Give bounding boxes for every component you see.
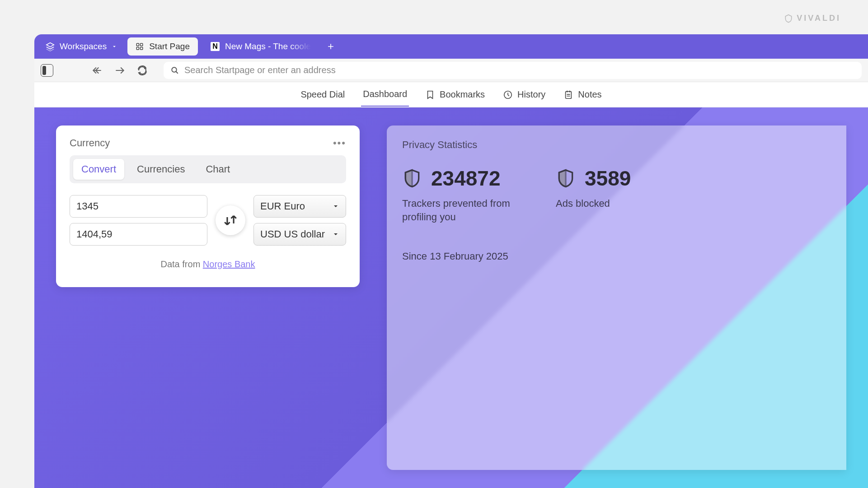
currency-tabs: Convert Currencies Chart bbox=[70, 155, 346, 183]
svg-rect-1 bbox=[141, 43, 143, 46]
data-source: Data from Norges Bank bbox=[70, 259, 346, 270]
subnav-notes[interactable]: Notes bbox=[562, 83, 603, 106]
subnav-speed-dial[interactable]: Speed Dial bbox=[299, 83, 347, 106]
back-button[interactable] bbox=[91, 65, 103, 76]
svg-rect-6 bbox=[566, 91, 572, 98]
address-bar[interactable]: Search Startpage or enter an address bbox=[164, 62, 862, 79]
toolbar: Search Startpage or enter an address bbox=[34, 59, 868, 82]
currency-widget: Currency ••• Convert Currencies Chart bbox=[56, 125, 360, 287]
swap-button[interactable] bbox=[216, 205, 245, 235]
swap-icon bbox=[223, 213, 238, 228]
forward-button[interactable] bbox=[114, 65, 126, 76]
workspaces-label: Workspaces bbox=[60, 42, 107, 51]
workspaces-button[interactable]: Workspaces bbox=[40, 38, 123, 55]
brand-name: VIVALDI bbox=[797, 14, 841, 23]
widget-menu-button[interactable]: ••• bbox=[333, 137, 346, 149]
layers-icon bbox=[45, 42, 55, 51]
widget-title: Currency bbox=[70, 137, 110, 149]
subnav-bookmarks[interactable]: Bookmarks bbox=[423, 83, 487, 106]
brand-logo: VIVALDI bbox=[784, 14, 841, 23]
chevron-down-icon bbox=[332, 203, 339, 210]
chevron-down-icon bbox=[111, 43, 117, 50]
svg-rect-2 bbox=[136, 47, 139, 50]
trackers-label: Trackers prevented from profiling you bbox=[402, 197, 520, 223]
grid-icon bbox=[136, 42, 144, 51]
tab-label: Start Page bbox=[149, 42, 190, 51]
address-placeholder: Search Startpage or enter an address bbox=[184, 65, 336, 75]
subnav: Speed Dial Dashboard Bookmarks History N… bbox=[34, 82, 868, 107]
svg-rect-0 bbox=[136, 43, 139, 46]
chevron-down-icon bbox=[332, 231, 339, 238]
ads-label: Ads blocked bbox=[556, 197, 631, 210]
browser-window: Workspaces Start Page N New Mags - The c… bbox=[34, 34, 868, 488]
svg-point-4 bbox=[172, 67, 177, 72]
tab-chart[interactable]: Chart bbox=[197, 159, 238, 180]
subnav-history[interactable]: History bbox=[501, 83, 547, 106]
tab-convert[interactable]: Convert bbox=[73, 159, 124, 180]
tab-bar: Workspaces Start Page N New Mags - The c… bbox=[34, 34, 868, 59]
notes-icon bbox=[563, 90, 573, 100]
tab-new-mags[interactable]: N New Mags - The coolest a bbox=[202, 37, 319, 56]
ads-value: 3589 bbox=[585, 166, 631, 191]
trackers-stat: 234872 Trackers prevented from profiling… bbox=[402, 166, 520, 223]
tab-currencies[interactable]: Currencies bbox=[129, 159, 193, 180]
tab-start-page[interactable]: Start Page bbox=[127, 37, 198, 56]
currency-to-select[interactable]: USD US dollar bbox=[253, 223, 346, 246]
svg-rect-3 bbox=[141, 47, 143, 50]
panel-toggle-button[interactable] bbox=[41, 64, 53, 77]
search-icon bbox=[171, 66, 179, 74]
dashboard: Currency ••• Convert Currencies Chart bbox=[34, 107, 868, 488]
site-favicon: N bbox=[211, 42, 220, 51]
reload-button[interactable] bbox=[136, 65, 148, 76]
ads-stat: 3589 Ads blocked bbox=[556, 166, 631, 223]
widget-title: Privacy Statistics bbox=[402, 139, 831, 151]
amount-from-input[interactable] bbox=[70, 195, 207, 218]
history-icon bbox=[503, 90, 513, 100]
new-tab-button[interactable] bbox=[324, 39, 338, 54]
source-link[interactable]: Norges Bank bbox=[203, 259, 255, 269]
privacy-since: Since 13 February 2025 bbox=[402, 251, 831, 262]
trackers-value: 234872 bbox=[431, 166, 501, 191]
amount-to-input[interactable] bbox=[70, 223, 207, 246]
privacy-widget: Privacy Statistics 234872 Trackers preve… bbox=[387, 125, 846, 470]
shield-icon bbox=[402, 168, 422, 188]
subnav-dashboard[interactable]: Dashboard bbox=[361, 83, 409, 107]
tab-label: New Mags - The coolest a bbox=[225, 42, 311, 51]
currency-from-select[interactable]: EUR Euro bbox=[253, 195, 346, 218]
bookmark-icon bbox=[425, 90, 435, 100]
shield-icon bbox=[556, 168, 576, 188]
